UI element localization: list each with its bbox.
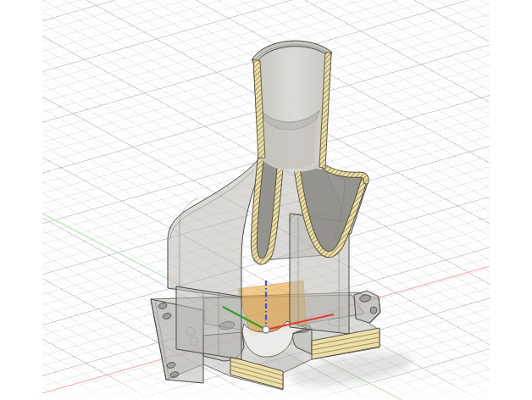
screenshot-root: { "viewport": { "kind": "cad-3d-viewport… [0,0,532,400]
duct-model[interactable] [151,41,380,390]
origin-dot[interactable] [263,326,269,333]
viewport-overlay [0,0,532,400]
tab-side-hole [370,307,377,314]
left-duct-column[interactable] [176,286,241,359]
inlet-tube[interactable] [252,41,332,172]
elbow-duct[interactable] [168,159,258,298]
